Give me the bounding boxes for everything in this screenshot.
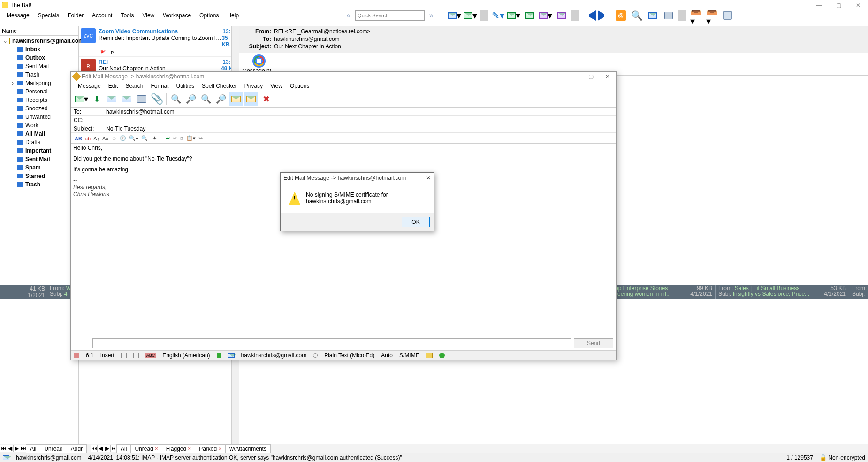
encrypt-button[interactable] <box>244 92 258 106</box>
save-template-button[interactable] <box>120 92 134 106</box>
folder-item[interactable]: Outbox <box>0 54 78 62</box>
search-prev-icon[interactable]: « <box>343 10 354 21</box>
folder-item[interactable]: Spam <box>0 163 78 172</box>
close-icon[interactable]: ✕ <box>848 0 868 10</box>
menu-options[interactable]: Options <box>196 11 222 20</box>
folder-item[interactable]: Snoozed <box>0 104 78 113</box>
tab-unread[interactable]: Unread <box>40 444 67 453</box>
sign-status-icon[interactable] <box>439 353 445 358</box>
tab-last-icon[interactable]: ⏭ <box>20 445 26 452</box>
lock-icon[interactable] <box>426 353 433 358</box>
ticker-item[interactable]: From:Subj: <box>849 285 868 299</box>
menu-workspace[interactable]: Workspace <box>159 11 195 20</box>
tab-last-icon[interactable]: ⏭ <box>110 445 117 452</box>
menu-help[interactable]: Help <box>223 11 243 20</box>
zoom-in-icon[interactable]: 🔍+ <box>129 135 138 141</box>
maximize-icon[interactable]: ▢ <box>829 0 848 10</box>
ticker-item[interactable]: From: Sales | Fit Small Business53 KBSub… <box>716 285 849 299</box>
send-now-button[interactable]: ▾ <box>75 92 89 106</box>
compose-menu-view[interactable]: View <box>267 82 286 90</box>
copy-icon[interactable]: ⧉ <box>180 135 183 141</box>
compose-menu-message[interactable]: Message <box>75 82 104 90</box>
quick-search-input[interactable] <box>355 10 425 21</box>
compose-title-bar[interactable]: Edit Mail Message -> hawkinschris@hotmai… <box>71 72 616 81</box>
undo-icon[interactable]: ↩ <box>166 135 170 141</box>
tab-first-icon[interactable]: ⏮ <box>0 445 7 452</box>
sign-button[interactable] <box>229 92 243 106</box>
spell-prev-button[interactable]: 🔍 <box>199 92 213 106</box>
dialog-ok-button[interactable]: OK <box>402 217 430 227</box>
view-tab[interactable]: w/Attachments <box>225 444 271 453</box>
menu-account[interactable]: Account <box>88 11 116 20</box>
zoom-out-icon[interactable]: 🔍- <box>141 135 150 141</box>
folder-item[interactable]: Work <box>0 121 78 130</box>
attach-button[interactable]: 📎 <box>150 92 164 106</box>
subject-field[interactable]: No-Tie Tuesday <box>104 124 616 132</box>
cancel-button[interactable]: ✖ <box>259 92 273 106</box>
folder-item[interactable]: Unwanted <box>0 113 78 121</box>
folder-item[interactable]: Sent Mail <box>0 62 78 70</box>
folder-item[interactable]: Trash <box>0 70 78 79</box>
cut-icon[interactable]: ✂ <box>173 135 177 141</box>
search-next-button[interactable]: 🔎 <box>184 92 198 106</box>
tab-next-icon[interactable]: ▶ <box>104 445 110 452</box>
view-tab[interactable]: Unread × <box>130 444 162 453</box>
folder-item[interactable]: All Mail <box>0 130 78 138</box>
menu-folder[interactable]: Folder <box>64 11 87 20</box>
view-tab[interactable]: All <box>116 444 131 453</box>
to-field[interactable]: hawkinschris@hotmail.com <box>104 108 616 116</box>
time-icon[interactable]: 🕐 <box>120 135 126 141</box>
minimize-icon[interactable]: — <box>809 0 829 10</box>
compose-minimize-icon[interactable]: — <box>565 72 582 81</box>
tab-next-icon[interactable]: ▶ <box>13 445 20 452</box>
view-tab[interactable]: Flagged × <box>162 444 195 453</box>
compose-format[interactable]: Plain Text (MicroEd) <box>324 352 374 359</box>
special-icon[interactable]: ✦ <box>152 135 157 141</box>
compose-charset[interactable]: Auto <box>381 352 393 359</box>
folder-item[interactable]: Trash <box>0 180 78 189</box>
menu-tools[interactable]: Tools <box>117 11 137 20</box>
compose-smime[interactable]: S/MIME <box>399 352 419 359</box>
search-next-icon[interactable]: » <box>426 10 437 21</box>
strike-icon[interactable]: ab <box>85 136 91 141</box>
folder-item[interactable]: Drafts <box>0 138 78 146</box>
compose-menu-format[interactable]: Format <box>147 82 172 90</box>
tab-first-icon[interactable]: ⏮ <box>91 445 97 452</box>
paste-icon[interactable]: 📋▾ <box>186 135 196 141</box>
compose-menu-options[interactable]: Options <box>287 82 312 90</box>
folder-item[interactable]: Important <box>0 146 78 155</box>
send-button[interactable]: Send <box>574 338 613 348</box>
compose-menu-search[interactable]: Search <box>122 82 146 90</box>
view-tab[interactable]: Parked × <box>195 444 226 453</box>
collapse-icon[interactable]: ⌄ <box>3 38 8 44</box>
folder-item[interactable]: Personal <box>0 87 78 96</box>
folder-item[interactable]: ›Mailspring <box>0 79 78 87</box>
expand-icon[interactable]: › <box>10 80 15 86</box>
compose-menu-utilities[interactable]: Utilities <box>173 82 198 90</box>
font-up-icon[interactable]: A↑ <box>93 136 99 141</box>
compose-menu-spell[interactable]: Spell Checker <box>198 82 240 90</box>
cc-field[interactable] <box>104 116 616 124</box>
folder-item[interactable]: Starred <box>0 172 78 180</box>
font-down-icon[interactable]: Aa <box>102 136 108 141</box>
tab-addressed[interactable]: Addr <box>67 444 87 453</box>
tab-close-icon[interactable]: × <box>218 446 221 452</box>
print-compose-button[interactable] <box>135 92 149 106</box>
compose-language[interactable]: English (American) <box>162 352 210 359</box>
queue-button[interactable]: ⬇ <box>90 92 104 106</box>
spell-next-button[interactable]: 🔎 <box>214 92 228 106</box>
send-account-dropdown[interactable] <box>92 338 571 348</box>
menu-specials[interactable]: Specials <box>34 11 63 20</box>
message-item[interactable]: ZVCZoom Video Communications13:11Reminde… <box>79 26 239 57</box>
search-button[interactable]: 🔍 <box>169 92 183 106</box>
tab-prev-icon[interactable]: ◀ <box>97 445 104 452</box>
folder-item[interactable]: Sent Mail <box>0 155 78 163</box>
tab-prev-icon[interactable]: ◀ <box>7 445 13 452</box>
bold-icon[interactable]: AB <box>75 136 82 141</box>
compose-menu-edit[interactable]: Edit <box>105 82 122 90</box>
compose-maximize-icon[interactable]: ▢ <box>582 72 599 81</box>
menu-view[interactable]: View <box>138 11 158 20</box>
tab-close-icon[interactable]: × <box>188 446 191 452</box>
folder-item[interactable]: Receipts <box>0 96 78 104</box>
compose-menu-privacy[interactable]: Privacy <box>241 82 266 90</box>
